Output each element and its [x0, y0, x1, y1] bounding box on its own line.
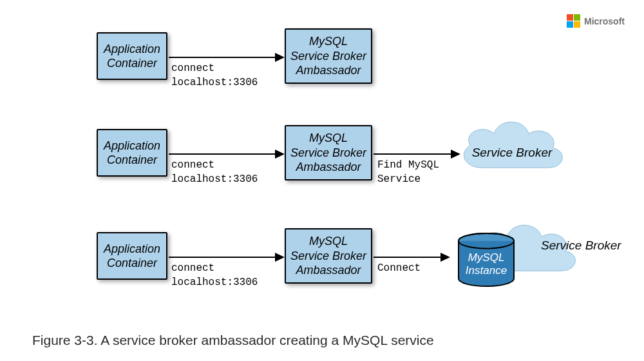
mysql-db-cylinder: MySQL Instance [454, 232, 518, 289]
connect-label: connect localhost:3306 [171, 262, 258, 289]
app-container-box: Application Container [97, 232, 167, 280]
arrow-head-icon [275, 150, 285, 159]
microsoft-logo: Microsoft [567, 14, 625, 28]
arrow-head-icon [275, 253, 285, 262]
cloud-icon [451, 111, 573, 195]
arrow-line [169, 57, 275, 58]
arrow-head-icon [275, 53, 285, 62]
figure-caption: Figure 3-3. A service broker ambassador … [32, 333, 434, 348]
arrow-line [169, 257, 275, 258]
diagram-row-1: Application Container connect localhost:… [0, 32, 644, 110]
app-container-box: Application Container [97, 129, 167, 177]
diagram-row-3: Application Container connect localhost:… [0, 232, 644, 309]
app-container-box: Application Container [97, 32, 167, 80]
cloud-label: Service Broker [541, 239, 621, 253]
connect-label: connect localhost:3306 [171, 62, 258, 90]
connect-label: connect localhost:3306 [171, 159, 258, 186]
arrow-line [374, 257, 440, 258]
find-label: Find MySQL Service [377, 159, 439, 186]
db-label: MySQL Instance [454, 251, 518, 278]
ambassador-box: MySQL Service Broker Ambassador [285, 28, 372, 84]
microsoft-logo-icon [567, 14, 580, 28]
ambassador-box: MySQL Service Broker Ambassador [285, 228, 372, 284]
connect2-label: Connect [377, 262, 421, 276]
ambassador-box: MySQL Service Broker Ambassador [285, 125, 372, 180]
diagram-row-2: Application Container connect localhost:… [0, 129, 644, 206]
microsoft-logo-text: Microsoft [584, 16, 625, 26]
arrow-line [374, 153, 451, 155]
arrow-line [169, 153, 275, 155]
service-broker-cloud: Service Broker [451, 111, 573, 195]
arrow-head-icon [440, 253, 450, 262]
